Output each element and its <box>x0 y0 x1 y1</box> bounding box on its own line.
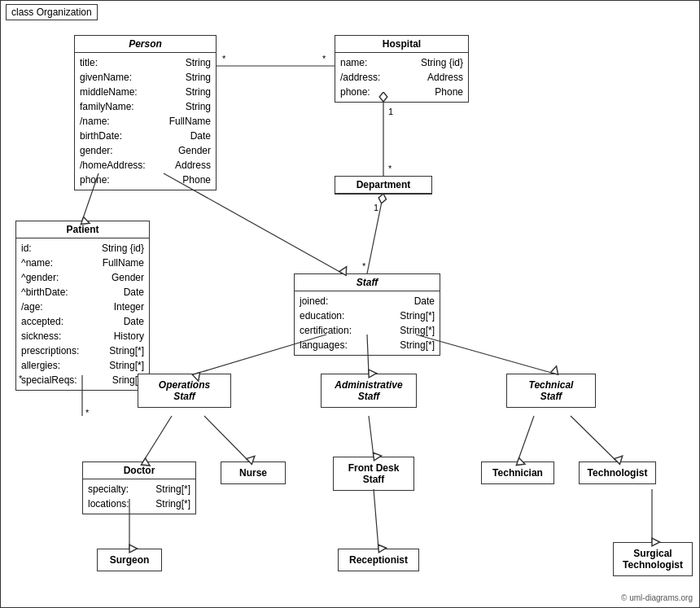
class-staff-attrs: joined:Date education:String[*] certific… <box>295 291 440 355</box>
class-technician-name: Technician <box>482 462 553 483</box>
class-doctor-attrs: specialty:String[*] locations:String[*] <box>83 479 195 514</box>
class-doctor-name: Doctor <box>83 462 195 479</box>
svg-line-6 <box>367 194 383 273</box>
diagram-container: class Organization Person title:String g… <box>0 0 700 608</box>
svg-text:1: 1 <box>374 203 378 212</box>
svg-text:*: * <box>85 408 90 418</box>
class-staff: Staff joined:Date education:String[*] ce… <box>294 273 440 356</box>
svg-text:*: * <box>388 164 392 173</box>
class-hospital-name: Hospital <box>335 36 468 53</box>
class-surgical-technologist-name: SurgicalTechnologist <box>614 543 692 575</box>
diagram-title: class Organization <box>6 4 98 20</box>
class-department-name: Department <box>335 177 431 194</box>
class-person-name: Person <box>75 36 216 53</box>
class-operations-staff-name: OperationsStaff <box>138 374 230 407</box>
svg-line-21 <box>571 416 617 461</box>
class-receptionist: Receptionist <box>338 549 419 571</box>
class-technician: Technician <box>481 461 554 484</box>
svg-line-17 <box>143 416 172 461</box>
class-administrative-staff-name: AdministrativeStaff <box>322 374 416 407</box>
class-patient-name: Patient <box>16 221 149 238</box>
class-administrative-staff: AdministrativeStaff <box>321 374 417 408</box>
copyright: © uml-diagrams.org <box>621 593 693 602</box>
class-person-attrs: title:String givenName:String middleName… <box>75 53 216 190</box>
class-technologist: Technologist <box>579 461 656 484</box>
svg-line-23 <box>374 489 378 549</box>
class-person: Person title:String givenName:String mid… <box>74 35 217 190</box>
class-hospital-attrs: name:String {id} /address:Address phone:… <box>335 53 468 102</box>
svg-line-18 <box>204 416 249 461</box>
class-nurse: Nurse <box>221 461 286 484</box>
class-technical-staff: TechnicalStaff <box>506 374 596 408</box>
svg-line-19 <box>369 416 374 457</box>
class-department: Department <box>335 176 432 195</box>
svg-text:*: * <box>322 54 326 63</box>
class-patient: Patient id:String {id} ^name:FullName ^g… <box>15 221 150 391</box>
class-technologist-name: Technologist <box>580 462 655 483</box>
class-front-desk-staff: Front DeskStaff <box>333 457 414 491</box>
class-surgical-technologist: SurgicalTechnologist <box>613 542 693 576</box>
class-technical-staff-name: TechnicalStaff <box>507 374 595 407</box>
svg-line-20 <box>518 416 534 461</box>
svg-text:*: * <box>362 261 366 271</box>
svg-text:*: * <box>222 54 226 63</box>
class-staff-name: Staff <box>295 274 440 291</box>
class-operations-staff: OperationsStaff <box>138 374 231 408</box>
class-surgeon: Surgeon <box>97 549 162 571</box>
class-hospital: Hospital name:String {id} /address:Addre… <box>335 35 469 103</box>
class-surgeon-name: Surgeon <box>98 549 161 571</box>
class-front-desk-staff-name: Front DeskStaff <box>334 457 413 490</box>
class-receptionist-name: Receptionist <box>339 549 418 571</box>
svg-text:1: 1 <box>388 107 393 116</box>
class-doctor: Doctor specialty:String[*] locations:Str… <box>82 461 196 514</box>
class-patient-attrs: id:String {id} ^name:FullName ^gender:Ge… <box>16 238 149 390</box>
class-nurse-name: Nurse <box>221 462 285 483</box>
